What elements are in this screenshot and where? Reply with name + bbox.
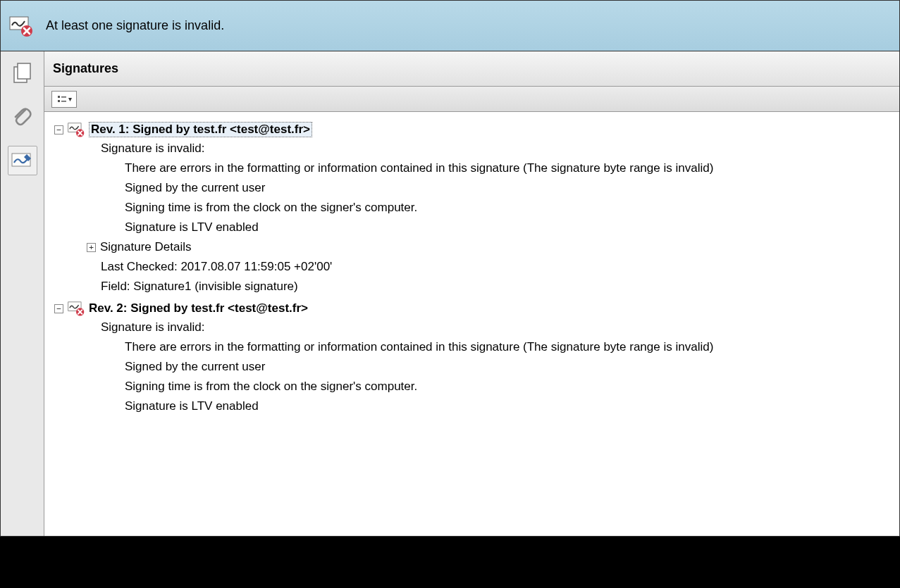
- signature-title[interactable]: Rev. 2: Signed by test.fr <test@test.fr>: [89, 301, 308, 315]
- svg-rect-8: [61, 101, 66, 102]
- panel-title: Signatures: [44, 51, 899, 87]
- signature-alert-bar: At least one signature is invalid.: [1, 1, 899, 51]
- signature-invalid-icon: [9, 15, 33, 37]
- sidebar-attachments-button[interactable]: [8, 102, 37, 132]
- signature-message: Signed by the current user: [125, 360, 265, 374]
- signature-message: Signing time is from the clock on the si…: [125, 201, 417, 215]
- sidebar-pages-button[interactable]: [8, 58, 37, 88]
- signature-status: Signature is invalid:: [101, 142, 204, 156]
- signature-details-label: Signature Details: [100, 240, 191, 254]
- svg-rect-5: [58, 96, 60, 98]
- signature-details-row[interactable]: + Signature Details: [87, 237, 889, 257]
- collapse-toggle[interactable]: −: [54, 304, 63, 313]
- collapse-toggle[interactable]: −: [54, 125, 63, 135]
- signature-message: Signature is LTV enabled: [125, 399, 259, 413]
- signature-message: Signing time is from the clock on the si…: [125, 380, 417, 394]
- expand-toggle[interactable]: +: [87, 243, 96, 252]
- chevron-down-icon: ▾: [68, 95, 72, 103]
- paperclip-icon: [13, 106, 32, 127]
- signature-title[interactable]: Rev. 1: Signed by test.fr <test@test.fr>: [89, 122, 312, 137]
- field-label: Field: Signature1 (invisible signature): [101, 280, 298, 294]
- signature-invalid-icon: [68, 122, 85, 137]
- last-checked: Last Checked: 2017.08.07 11:59:05 +02'00…: [101, 260, 332, 274]
- signature-node: − Rev. 1: Signed by test.fr <test@test.f…: [54, 120, 889, 296]
- sidebar-signatures-button[interactable]: [8, 146, 37, 175]
- signature-children: Signature is invalid: There are errors i…: [54, 139, 889, 296]
- panel-toolbar: ▾: [44, 87, 899, 112]
- signature-node: − Rev. 2: Signed by test.fr <test@test.f…: [54, 299, 889, 416]
- pages-icon: [12, 62, 33, 85]
- sidebar: [1, 51, 44, 536]
- body: Signatures ▾ −: [1, 51, 899, 536]
- signature-children: Signature is invalid: There are errors i…: [54, 318, 889, 416]
- signature-message: Signed by the current user: [125, 181, 265, 195]
- app-window: At least one signature is invalid.: [0, 0, 900, 537]
- svg-rect-7: [58, 100, 60, 102]
- signature-header-row[interactable]: − Rev. 1: Signed by test.fr <test@test.f…: [54, 120, 889, 139]
- svg-rect-3: [18, 63, 30, 79]
- signature-header-row[interactable]: − Rev. 2: Signed by test.fr <test@test.f…: [54, 299, 889, 318]
- alert-message: At least one signature is invalid.: [46, 18, 224, 33]
- options-dropdown-button[interactable]: ▾: [51, 91, 77, 108]
- signature-invalid-icon: [68, 301, 85, 316]
- signature-message: There are errors in the formatting or in…: [125, 161, 713, 175]
- signature-pen-icon: [11, 151, 34, 170]
- signature-message: Signature is LTV enabled: [125, 220, 259, 234]
- list-icon: [57, 94, 67, 104]
- signatures-panel: Signatures ▾ −: [44, 51, 899, 536]
- signature-tree: − Rev. 1: Signed by test.fr <test@test.f…: [44, 112, 899, 536]
- signature-status: Signature is invalid:: [101, 320, 204, 334]
- svg-rect-6: [61, 96, 66, 98]
- signature-message: There are errors in the formatting or in…: [125, 340, 713, 354]
